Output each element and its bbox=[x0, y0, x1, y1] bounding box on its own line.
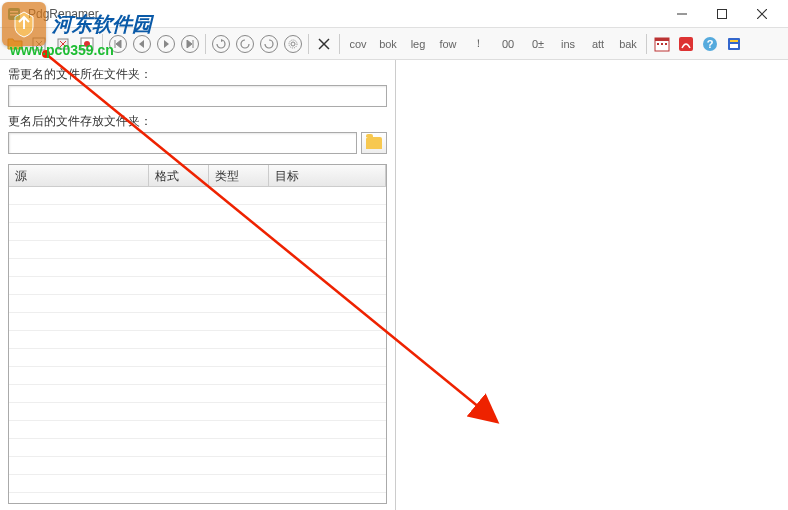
svg-point-14 bbox=[289, 40, 297, 48]
ins-button[interactable]: ins bbox=[554, 34, 582, 54]
preview-panel bbox=[395, 60, 788, 510]
leg-button[interactable]: leg bbox=[404, 34, 432, 54]
source-folder-input[interactable] bbox=[8, 85, 387, 107]
delete-button[interactable] bbox=[313, 33, 335, 55]
last-button[interactable] bbox=[179, 33, 201, 55]
fow-button[interactable]: fow bbox=[434, 34, 462, 54]
titlebar: PdgRenamer bbox=[0, 0, 788, 28]
separator bbox=[205, 34, 206, 54]
browse-target-button[interactable] bbox=[361, 132, 387, 154]
refresh-button[interactable] bbox=[210, 33, 232, 55]
svg-rect-20 bbox=[661, 43, 663, 45]
separator bbox=[308, 34, 309, 54]
rotate-left-button[interactable] bbox=[234, 33, 256, 55]
blue-tool-button[interactable] bbox=[723, 33, 745, 55]
exclaim-button[interactable]: ！ bbox=[464, 34, 492, 54]
help-button[interactable]: ? bbox=[699, 33, 721, 55]
separator bbox=[646, 34, 647, 54]
bak-button[interactable]: bak bbox=[614, 34, 642, 54]
maximize-button[interactable] bbox=[702, 0, 742, 28]
svg-rect-27 bbox=[730, 44, 738, 48]
source-folder-label: 需更名的文件所在文件夹： bbox=[8, 66, 387, 83]
col-format[interactable]: 格式 bbox=[149, 165, 209, 186]
target-folder-row: 更名后的文件存放文件夹： bbox=[8, 113, 387, 154]
svg-point-12 bbox=[84, 41, 90, 47]
calendar-button[interactable] bbox=[651, 33, 673, 55]
folder-icon bbox=[366, 137, 382, 149]
rotate-right-button[interactable] bbox=[258, 33, 280, 55]
separator bbox=[102, 34, 103, 54]
source-folder-row: 需更名的文件所在文件夹： bbox=[8, 66, 387, 107]
att-button[interactable]: att bbox=[584, 34, 612, 54]
first-button[interactable] bbox=[107, 33, 129, 55]
toolbar: cov bok leg fow ！ 00 0± ins att bak ? bbox=[0, 28, 788, 60]
main-area: 需更名的文件所在文件夹： 更名后的文件存放文件夹： 源 格式 类型 目标 bbox=[0, 60, 788, 510]
zeroplus-button[interactable]: 0± bbox=[524, 34, 552, 54]
svg-point-13 bbox=[291, 42, 295, 46]
svg-rect-1 bbox=[10, 11, 18, 13]
rename-button[interactable] bbox=[28, 33, 50, 55]
window-title: PdgRenamer bbox=[28, 7, 662, 21]
left-panel: 需更名的文件所在文件夹： 更名后的文件存放文件夹： 源 格式 类型 目标 bbox=[0, 60, 395, 510]
svg-rect-26 bbox=[730, 40, 738, 42]
settings-button[interactable] bbox=[282, 33, 304, 55]
col-target[interactable]: 目标 bbox=[269, 165, 386, 186]
separator bbox=[339, 34, 340, 54]
svg-rect-21 bbox=[665, 43, 667, 45]
svg-text:?: ? bbox=[707, 38, 714, 50]
target-folder-label: 更名后的文件存放文件夹： bbox=[8, 113, 387, 130]
clear-button[interactable] bbox=[52, 33, 74, 55]
svg-rect-2 bbox=[10, 14, 18, 16]
table-body[interactable] bbox=[9, 187, 386, 503]
window-controls bbox=[662, 0, 782, 28]
exit-button[interactable] bbox=[76, 33, 98, 55]
col-source[interactable]: 源 bbox=[9, 165, 149, 186]
cov-button[interactable]: cov bbox=[344, 34, 372, 54]
col-type[interactable]: 类型 bbox=[209, 165, 269, 186]
app-icon bbox=[6, 6, 22, 22]
svg-rect-4 bbox=[718, 9, 727, 18]
bok-button[interactable]: bok bbox=[374, 34, 402, 54]
zero-button[interactable]: 00 bbox=[494, 34, 522, 54]
prev-button[interactable] bbox=[131, 33, 153, 55]
target-folder-input[interactable] bbox=[8, 132, 357, 154]
minimize-button[interactable] bbox=[662, 0, 702, 28]
next-button[interactable] bbox=[155, 33, 177, 55]
file-table: 源 格式 类型 目标 bbox=[8, 164, 387, 504]
table-header: 源 格式 类型 目标 bbox=[9, 165, 386, 187]
svg-rect-19 bbox=[657, 43, 659, 45]
close-button[interactable] bbox=[742, 0, 782, 28]
svg-rect-18 bbox=[655, 38, 669, 41]
open-folder-button[interactable] bbox=[4, 33, 26, 55]
red-tool-button[interactable] bbox=[675, 33, 697, 55]
